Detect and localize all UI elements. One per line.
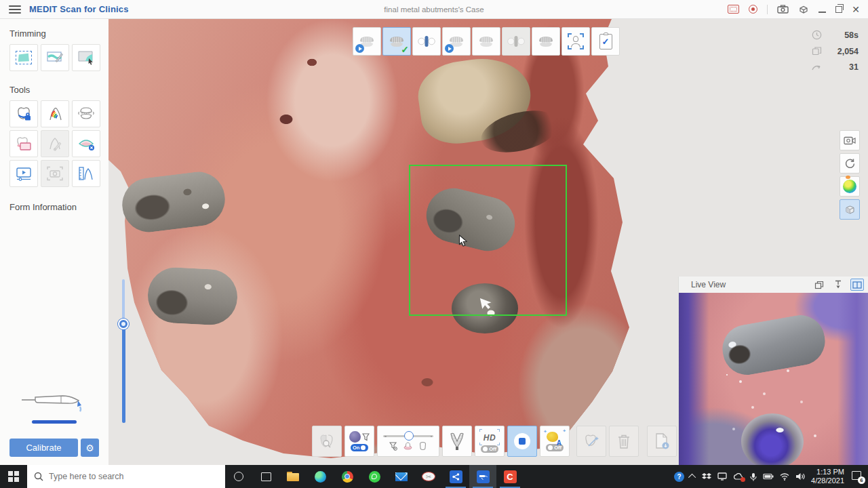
color-analysis-button[interactable] bbox=[41, 100, 69, 127]
medit-scan-icon bbox=[477, 470, 490, 483]
occlusion-icon bbox=[77, 106, 96, 122]
microphone-tray-icon[interactable] bbox=[750, 472, 757, 481]
calibrate-button[interactable]: Calibrate bbox=[9, 439, 78, 457]
task-view-icon bbox=[261, 472, 271, 481]
hd-state-label: Off bbox=[489, 446, 496, 452]
stage-scanbody2-button[interactable] bbox=[502, 27, 530, 56]
mail-button[interactable] bbox=[388, 465, 415, 488]
minimize-icon[interactable] bbox=[818, 12, 826, 13]
divider bbox=[767, 5, 768, 14]
measure-button[interactable] bbox=[72, 160, 100, 187]
slider-handle[interactable] bbox=[118, 319, 129, 329]
partial-scan-button[interactable] bbox=[312, 426, 342, 457]
ai-filtering-button[interactable]: A ✦ ✦ Off bbox=[540, 426, 570, 457]
tools-section-label: Tools bbox=[9, 85, 108, 95]
capture-video-button[interactable] bbox=[840, 130, 860, 150]
file-explorer-button[interactable] bbox=[279, 465, 307, 488]
pin-panel-button[interactable] bbox=[831, 279, 845, 291]
model-capture-icon[interactable] bbox=[798, 5, 809, 14]
replay-scan-button[interactable] bbox=[9, 160, 38, 187]
action-center-button[interactable]: 6 bbox=[850, 471, 864, 482]
check-badge-icon: ✓ bbox=[401, 44, 409, 55]
sensitivity-slider-handle[interactable] bbox=[404, 431, 414, 441]
trim-brush-button[interactable] bbox=[41, 44, 69, 71]
stage-maxilla-button[interactable] bbox=[353, 27, 381, 56]
capture-screenshot-button[interactable] bbox=[41, 160, 69, 187]
dropbox-tray-icon[interactable] bbox=[702, 472, 711, 481]
chrome-button[interactable] bbox=[334, 465, 361, 488]
pin-icon bbox=[834, 280, 842, 289]
restore-window-icon[interactable] bbox=[835, 6, 842, 13]
arch-type-button[interactable] bbox=[442, 426, 472, 457]
start-button[interactable] bbox=[0, 465, 27, 488]
screen-record-icon[interactable] bbox=[728, 5, 739, 14]
stage-mandible2-button[interactable] bbox=[442, 27, 471, 56]
chrome-icon bbox=[342, 471, 353, 483]
volume-tray-icon[interactable] bbox=[795, 472, 805, 481]
trim-polygon-button[interactable] bbox=[9, 44, 38, 71]
mesh-history-slider[interactable] bbox=[118, 279, 129, 424]
delete-arch-button[interactable] bbox=[72, 130, 100, 157]
display-tray-icon[interactable] bbox=[717, 472, 727, 481]
stage-scanbody-button[interactable] bbox=[412, 27, 441, 56]
search-input[interactable] bbox=[49, 472, 198, 481]
trim-smart-button[interactable] bbox=[72, 44, 100, 71]
onedrive-tray-icon[interactable] bbox=[733, 473, 744, 481]
live-view-header: Live View bbox=[679, 277, 868, 293]
cube-icon bbox=[844, 204, 856, 216]
close-icon[interactable]: ✕ bbox=[852, 5, 860, 14]
filter-state-pill[interactable]: On bbox=[351, 444, 368, 451]
taskbar-search[interactable] bbox=[27, 465, 225, 488]
scan-viewport[interactable]: ✓ bbox=[108, 19, 868, 465]
sensitivity-slider[interactable] bbox=[383, 432, 433, 440]
taskbar-clock[interactable]: 1:13 PM 4/28/2021 bbox=[811, 468, 844, 485]
edge-button[interactable] bbox=[307, 465, 334, 488]
whatsapp-button[interactable] bbox=[361, 465, 388, 488]
camtasia-button[interactable]: C bbox=[496, 465, 524, 488]
snipping-tool-button[interactable]: ✂ bbox=[415, 465, 442, 488]
wifi-tray-icon[interactable] bbox=[780, 473, 789, 481]
stage-occlusion2-button[interactable] bbox=[532, 27, 560, 56]
scan-abutment-left-lower bbox=[146, 266, 239, 327]
stage-face-scan-button[interactable] bbox=[561, 27, 590, 56]
slider-track-upper bbox=[122, 279, 125, 324]
battery-tray-icon[interactable] bbox=[763, 473, 774, 480]
hd-state-pill[interactable]: Off bbox=[481, 445, 498, 453]
occlusion-button[interactable] bbox=[72, 100, 100, 127]
draw-margin-button[interactable] bbox=[41, 130, 69, 157]
retouch-button[interactable] bbox=[576, 426, 606, 457]
help-tray-icon[interactable]: ? bbox=[674, 472, 684, 482]
margin-line-button[interactable] bbox=[9, 130, 38, 157]
sensitivity-slider-group[interactable] bbox=[377, 426, 439, 457]
settings-gear-button[interactable]: ⚙ bbox=[81, 439, 99, 457]
medit-link-button[interactable] bbox=[442, 465, 469, 488]
frame-count-value: 2,054 bbox=[831, 47, 859, 56]
video-play-icon bbox=[15, 165, 33, 182]
live-highlights bbox=[726, 374, 728, 375]
show-hidden-icons-chevron[interactable] bbox=[690, 474, 696, 479]
clock-date: 4/28/2021 bbox=[811, 476, 844, 485]
polygon-select-icon bbox=[16, 51, 32, 64]
stage-occlusion-button[interactable] bbox=[472, 27, 500, 56]
cortana-button[interactable] bbox=[225, 465, 252, 488]
model-view-button[interactable] bbox=[840, 199, 860, 220]
task-view-button[interactable] bbox=[252, 465, 279, 488]
split-view-button[interactable] bbox=[850, 279, 864, 291]
scan-count-value: 31 bbox=[831, 62, 859, 72]
screenshot-camera-icon[interactable] bbox=[777, 5, 789, 14]
stage-complete-button[interactable]: ✓ bbox=[591, 27, 620, 56]
hd-mode-button[interactable]: HD Off bbox=[475, 426, 505, 457]
export-button[interactable] bbox=[647, 426, 677, 457]
copy-view-button[interactable] bbox=[812, 279, 826, 291]
refresh-view-button[interactable] bbox=[840, 153, 860, 174]
record-dot-icon[interactable] bbox=[749, 5, 757, 14]
medit-link-icon bbox=[450, 470, 462, 483]
stage-mandible-button-active[interactable]: ✓ bbox=[382, 27, 411, 56]
stop-scan-button[interactable] bbox=[507, 426, 537, 457]
menu-icon[interactable] bbox=[9, 5, 21, 14]
reliability-map-button[interactable] bbox=[840, 176, 860, 197]
medit-scan-button-active[interactable] bbox=[469, 465, 496, 488]
delete-data-button[interactable] bbox=[609, 426, 639, 457]
lock-data-button[interactable] bbox=[9, 100, 38, 127]
filtering-toggle-button[interactable]: On bbox=[344, 426, 374, 457]
